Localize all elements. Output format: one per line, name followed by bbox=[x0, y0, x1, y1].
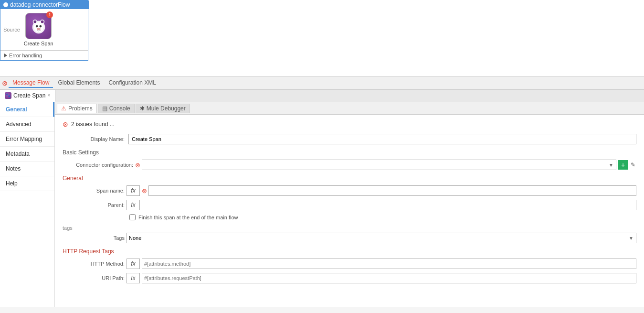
tab-global-elements-label: Global Elements bbox=[58, 79, 100, 86]
triangle-icon bbox=[4, 54, 7, 57]
panel-tab-label: Create Span bbox=[13, 92, 45, 99]
sidebar-label-notes: Notes bbox=[6, 165, 21, 172]
parent-label: Parent: bbox=[63, 202, 125, 208]
tags-row: Tags None Custom ▼ bbox=[63, 233, 636, 243]
connector-select-wrapper: ▼ bbox=[142, 160, 616, 170]
debugger-label: Mule Debugger bbox=[147, 105, 186, 112]
sidebar-item-metadata[interactable]: Metadata bbox=[0, 147, 54, 162]
span-name-error: ⊗ bbox=[142, 188, 147, 193]
canvas-area: datadog-connectorFlow Source bbox=[0, 0, 644, 76]
uri-path-row: URI Path: fx bbox=[63, 273, 636, 283]
basic-settings-section: Basic Settings bbox=[63, 149, 636, 156]
console-label: Console bbox=[109, 105, 130, 112]
display-name-row: Display Name: bbox=[63, 134, 636, 144]
tags-section-label: tags bbox=[63, 225, 636, 231]
display-name-label: Display Name: bbox=[63, 136, 125, 142]
tab-problems[interactable]: ⚠ Problems bbox=[57, 104, 97, 113]
sidebar-label-help: Help bbox=[6, 180, 18, 187]
http-method-label: HTTP Method: bbox=[63, 261, 125, 267]
main-editor: General Advanced Error Mapping Metadata … bbox=[0, 102, 644, 307]
flow-source-row: Source 1 bbox=[0, 9, 88, 50]
sidebar-label-advanced: Advanced bbox=[6, 121, 31, 128]
general-section-label: General bbox=[63, 175, 636, 182]
flow-box: datadog-connectorFlow Source bbox=[0, 0, 88, 61]
uri-path-fx-button[interactable]: fx bbox=[127, 273, 140, 283]
component-block[interactable]: 1 Create Span bbox=[24, 13, 53, 46]
tab-mule-debugger[interactable]: ✱ Mule Debugger bbox=[136, 104, 190, 113]
display-name-input[interactable] bbox=[128, 134, 636, 144]
uri-path-input[interactable] bbox=[142, 273, 636, 283]
tab-configuration-xml[interactable]: Configuration XML bbox=[105, 78, 159, 88]
svg-point-3 bbox=[33, 20, 36, 23]
close-panel-tab[interactable]: × bbox=[47, 93, 50, 98]
tab-message-flow-label: Message Flow bbox=[12, 79, 49, 86]
source-label: Source bbox=[3, 27, 20, 32]
connector-config-row: Connector configuration: ⊗ ▼ + ✎ bbox=[63, 160, 636, 170]
tags-select[interactable]: None Custom bbox=[127, 233, 636, 243]
tab-global-elements[interactable]: Global Elements bbox=[54, 78, 104, 88]
svg-point-6 bbox=[36, 25, 38, 27]
panel-tab-create-span[interactable]: 🐾 Create Span × bbox=[0, 90, 55, 102]
sidebar-label-metadata: Metadata bbox=[6, 151, 30, 157]
connector-config-select[interactable] bbox=[142, 160, 616, 170]
connector-config-label: Connector configuration: bbox=[63, 162, 133, 168]
parent-row: Parent: fx bbox=[63, 200, 636, 210]
svg-point-7 bbox=[39, 25, 42, 27]
parent-input[interactable] bbox=[142, 200, 636, 210]
http-method-row: HTTP Method: fx bbox=[63, 259, 636, 269]
component-svg bbox=[30, 17, 48, 35]
span-name-label: Span name: bbox=[63, 188, 125, 194]
sidebar-item-notes[interactable]: Notes bbox=[0, 162, 54, 176]
panel-tab-strip: 🐾 Create Span × bbox=[0, 90, 644, 102]
flow-header[interactable]: datadog-connectorFlow bbox=[0, 0, 89, 9]
svg-point-4 bbox=[41, 20, 43, 23]
http-method-input[interactable] bbox=[142, 259, 636, 269]
error-dot: ⊗ bbox=[2, 79, 8, 87]
flow-header-icon bbox=[3, 2, 8, 7]
tab-configuration-xml-label: Configuration XML bbox=[108, 79, 156, 86]
sidebar-item-error-mapping[interactable]: Error Mapping bbox=[0, 132, 54, 147]
tags-section: tags Tags None Custom ▼ bbox=[63, 225, 636, 243]
panel-tab-icon: 🐾 bbox=[5, 92, 11, 99]
sidebar-item-general[interactable]: General bbox=[0, 102, 54, 117]
finish-span-label[interactable]: Finish this span at the end of the main … bbox=[138, 215, 238, 220]
tags-select-wrapper: None Custom ▼ bbox=[127, 233, 636, 243]
parent-fx-button[interactable]: fx bbox=[127, 200, 140, 210]
bottom-tabs: ⚠ Problems ▤ Console ✱ Mule Debugger bbox=[55, 102, 644, 115]
connector-error-indicator: ⊗ bbox=[135, 162, 140, 167]
sidebar-item-advanced[interactable]: Advanced bbox=[0, 117, 54, 132]
problems-label: Problems bbox=[68, 105, 93, 112]
general-label: General bbox=[63, 175, 83, 182]
tab-console[interactable]: ▤ Console bbox=[98, 104, 135, 113]
sidebar-label-general: General bbox=[6, 106, 27, 113]
error-handling-row[interactable]: Error handling bbox=[0, 50, 88, 60]
edit-config-button[interactable]: ✎ bbox=[630, 162, 636, 168]
add-config-button[interactable]: + bbox=[618, 160, 628, 170]
content-area: ⊗ 2 issues found ... Display Name: Basic… bbox=[55, 115, 644, 307]
issues-icon: ⊗ bbox=[63, 120, 68, 128]
finish-span-row: Finish this span at the end of the main … bbox=[129, 214, 636, 220]
tab-bar: ⊗ Message Flow Global Elements Configura… bbox=[0, 76, 644, 90]
sidebar-item-help[interactable]: Help bbox=[0, 176, 54, 191]
http-section-title: HTTP Request Tags bbox=[63, 248, 636, 255]
uri-path-label: URI Path: bbox=[63, 275, 125, 281]
problems-icon: ⚠ bbox=[61, 105, 66, 112]
error-badge: 1 bbox=[46, 11, 53, 18]
span-name-fx-button[interactable]: fx bbox=[127, 185, 140, 196]
finish-span-checkbox[interactable] bbox=[129, 214, 136, 220]
issues-bar: ⊗ 2 issues found ... bbox=[63, 120, 636, 128]
issues-text: 2 issues found ... bbox=[71, 121, 115, 128]
full-width-panel: ⚠ Problems ▤ Console ✱ Mule Debugger ⊗ 2… bbox=[55, 102, 644, 307]
tab-message-flow[interactable]: Message Flow bbox=[9, 78, 53, 88]
component-label: Create Span bbox=[24, 41, 53, 46]
basic-settings-label: Basic Settings bbox=[63, 149, 99, 156]
tags-label: Tags bbox=[63, 235, 125, 241]
span-name-input[interactable] bbox=[148, 185, 636, 196]
component-icon: 1 bbox=[25, 13, 52, 39]
sidebar: General Advanced Error Mapping Metadata … bbox=[0, 102, 55, 307]
http-method-fx-button[interactable]: fx bbox=[127, 259, 140, 269]
svg-point-8 bbox=[37, 28, 41, 30]
error-handling-label: Error handling bbox=[9, 53, 42, 58]
http-section-label: HTTP Request Tags bbox=[63, 248, 114, 255]
debugger-icon: ✱ bbox=[140, 105, 145, 112]
